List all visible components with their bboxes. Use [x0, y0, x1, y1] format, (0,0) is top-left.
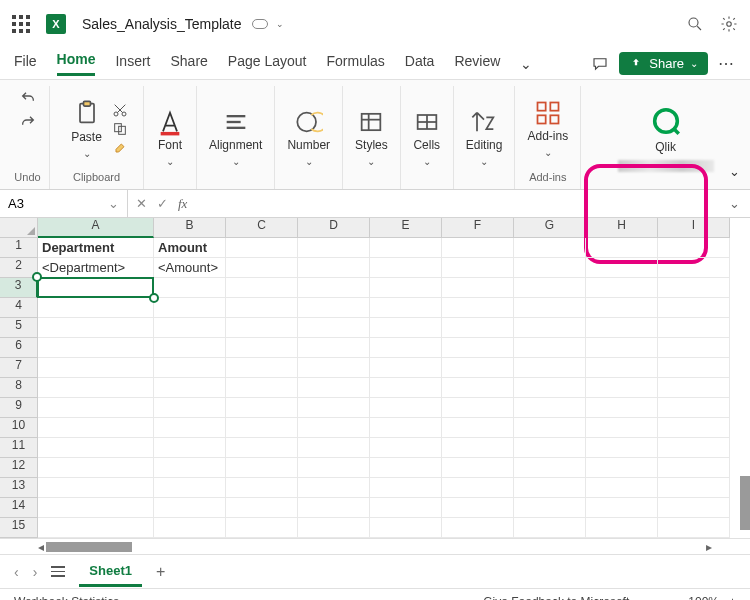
row-header[interactable]: 4 [0, 298, 38, 318]
tab-home[interactable]: Home [57, 51, 96, 76]
cell[interactable]: Department [38, 238, 154, 258]
cell[interactable] [370, 378, 442, 398]
cell[interactable] [226, 358, 298, 378]
cell[interactable] [154, 438, 226, 458]
cell[interactable] [658, 438, 730, 458]
cell[interactable] [154, 318, 226, 338]
cell[interactable] [442, 278, 514, 298]
cell[interactable] [658, 258, 730, 278]
ribbon-collapse-icon[interactable]: ⌄ [729, 164, 740, 179]
cell[interactable] [370, 498, 442, 518]
col-header-A[interactable]: A [38, 218, 154, 238]
cell[interactable] [586, 278, 658, 298]
cell[interactable] [370, 358, 442, 378]
cell[interactable] [370, 418, 442, 438]
cell[interactable] [586, 338, 658, 358]
cell[interactable] [442, 458, 514, 478]
cloud-sync-icon[interactable] [252, 19, 268, 29]
row-header[interactable]: 13 [0, 478, 38, 498]
cell[interactable] [298, 498, 370, 518]
cell[interactable] [658, 518, 730, 538]
cell[interactable] [298, 398, 370, 418]
formula-bar-expand-icon[interactable]: ⌄ [729, 196, 750, 211]
cell[interactable] [370, 278, 442, 298]
cell[interactable] [226, 498, 298, 518]
cell[interactable] [514, 298, 586, 318]
row-header[interactable]: 11 [0, 438, 38, 458]
tab-review[interactable]: Review [454, 53, 500, 75]
cancel-formula-icon[interactable]: ✕ [136, 196, 147, 211]
cell[interactable] [226, 258, 298, 278]
cell[interactable] [370, 318, 442, 338]
row-header[interactable]: 9 [0, 398, 38, 418]
col-header-I[interactable]: I [658, 218, 730, 238]
cell[interactable] [442, 398, 514, 418]
cell[interactable] [442, 478, 514, 498]
cell[interactable] [586, 458, 658, 478]
cell[interactable] [514, 278, 586, 298]
add-sheet-icon[interactable]: + [156, 563, 165, 581]
tab-page-layout[interactable]: Page Layout [228, 53, 307, 75]
cell-reference-input[interactable] [8, 196, 78, 211]
cell[interactable] [514, 378, 586, 398]
col-header-G[interactable]: G [514, 218, 586, 238]
cell[interactable] [370, 458, 442, 478]
app-launcher-icon[interactable] [12, 15, 30, 33]
cell[interactable] [658, 318, 730, 338]
cell[interactable] [298, 338, 370, 358]
cell[interactable] [586, 498, 658, 518]
cell[interactable] [38, 398, 154, 418]
cell[interactable] [658, 378, 730, 398]
row-header[interactable]: 12 [0, 458, 38, 478]
format-painter-icon[interactable] [112, 140, 128, 156]
cell[interactable] [154, 478, 226, 498]
zoom-out-icon[interactable]: − [671, 595, 678, 601]
cell[interactable] [154, 378, 226, 398]
cell[interactable] [226, 238, 298, 258]
title-dropdown-icon[interactable]: ⌄ [276, 19, 284, 29]
cell[interactable] [658, 358, 730, 378]
cell[interactable]: <Amount> [154, 258, 226, 278]
cell[interactable] [586, 478, 658, 498]
horizontal-scrollbar[interactable] [46, 542, 132, 552]
cell[interactable] [586, 418, 658, 438]
cell[interactable] [226, 378, 298, 398]
tab-share[interactable]: Share [170, 53, 207, 75]
font-button[interactable]: Font [150, 104, 190, 172]
cell[interactable] [370, 438, 442, 458]
cell[interactable] [658, 398, 730, 418]
tab-data[interactable]: Data [405, 53, 435, 75]
cell[interactable] [226, 298, 298, 318]
cell[interactable] [370, 478, 442, 498]
cell[interactable] [586, 398, 658, 418]
cell[interactable] [586, 378, 658, 398]
search-icon[interactable] [686, 15, 704, 33]
cell[interactable] [38, 438, 154, 458]
row-header[interactable]: 8 [0, 378, 38, 398]
cell[interactable] [442, 438, 514, 458]
tab-formulas[interactable]: Formulas [326, 53, 384, 75]
workbook-stats-button[interactable]: Workbook Statistics [14, 595, 119, 601]
cell[interactable] [442, 258, 514, 278]
cell[interactable] [658, 418, 730, 438]
cell[interactable] [658, 458, 730, 478]
cell[interactable] [298, 438, 370, 458]
styles-button[interactable]: Styles [349, 104, 394, 172]
cell[interactable] [514, 458, 586, 478]
cell[interactable] [226, 338, 298, 358]
cell[interactable] [514, 438, 586, 458]
cell[interactable] [38, 518, 154, 538]
redo-icon[interactable] [16, 112, 40, 132]
cell[interactable] [154, 278, 226, 298]
cell[interactable] [586, 318, 658, 338]
document-title[interactable]: Sales_Analysis_Template [82, 16, 242, 32]
cell[interactable] [38, 318, 154, 338]
cell[interactable] [154, 338, 226, 358]
cut-icon[interactable] [112, 102, 128, 118]
cell[interactable] [226, 458, 298, 478]
cell[interactable] [514, 318, 586, 338]
alignment-button[interactable]: Alignment [203, 104, 268, 172]
cell[interactable] [226, 278, 298, 298]
cell[interactable] [586, 258, 658, 278]
cell[interactable] [514, 338, 586, 358]
